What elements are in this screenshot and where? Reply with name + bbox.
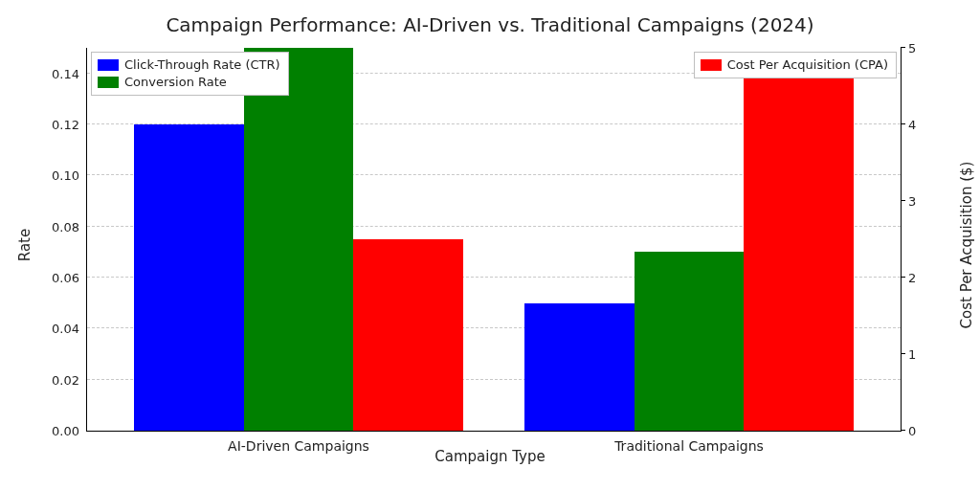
y-tick-left: 0.12 bbox=[52, 118, 87, 132]
y-axis-right-label: Cost Per Acquisition ($) bbox=[958, 162, 975, 329]
legend-swatch-conv bbox=[98, 77, 119, 88]
y-tick-left: 0.06 bbox=[52, 271, 87, 285]
legend-label-ctr: Click-Through Rate (CTR) bbox=[124, 56, 280, 74]
legend-left: Click-Through Rate (CTR) Conversion Rate bbox=[91, 52, 289, 96]
y-tick-right: 1 bbox=[901, 347, 916, 362]
tick-mark-right bbox=[901, 200, 905, 201]
y-tick-left: 0.14 bbox=[52, 66, 87, 80]
tick-mark-right bbox=[901, 47, 905, 48]
y-tick-right: 0 bbox=[901, 424, 916, 438]
bar-conversion-rate-1 bbox=[635, 252, 745, 431]
y-tick-left: 0.00 bbox=[52, 424, 87, 438]
legend-label-cpa: Cost Per Acquisition (CPA) bbox=[727, 56, 888, 74]
tick-mark-right bbox=[901, 123, 905, 124]
y-tick-left: 0.04 bbox=[52, 322, 87, 336]
y-tick-right: 2 bbox=[901, 271, 916, 285]
tick-mark-right bbox=[901, 277, 905, 278]
y-tick-right: 3 bbox=[901, 194, 916, 209]
y-tick-right: 5 bbox=[901, 41, 916, 56]
legend-swatch-cpa bbox=[701, 59, 722, 71]
bar-conversion-rate-0 bbox=[244, 48, 354, 431]
bar-cost-per-acquisition-cpa--1 bbox=[744, 56, 854, 431]
legend-item-ctr: Click-Through Rate (CTR) bbox=[98, 56, 280, 74]
x-axis-label: Campaign Type bbox=[0, 448, 980, 465]
chart-container: Campaign Performance: AI-Driven vs. Trad… bbox=[0, 0, 980, 490]
legend-label-conv: Conversion Rate bbox=[124, 74, 227, 91]
tick-mark-right bbox=[901, 430, 905, 431]
chart-title: Campaign Performance: AI-Driven vs. Trad… bbox=[0, 13, 980, 36]
bar-click-through-rate-ctr--1 bbox=[524, 303, 635, 431]
legend-swatch-ctr bbox=[98, 59, 119, 71]
legend-item-cpa: Cost Per Acquisition (CPA) bbox=[701, 56, 888, 74]
bar-cost-per-acquisition-cpa--0 bbox=[353, 239, 463, 431]
y-tick-left: 0.02 bbox=[52, 372, 87, 387]
legend-item-conv: Conversion Rate bbox=[98, 74, 280, 91]
y-tick-right: 4 bbox=[901, 118, 916, 132]
y-tick-left: 0.10 bbox=[52, 168, 87, 183]
legend-right: Cost Per Acquisition (CPA) bbox=[694, 52, 897, 78]
y-axis-left-label: Rate bbox=[16, 229, 33, 261]
y-tick-left: 0.08 bbox=[52, 219, 87, 234]
tick-mark-right bbox=[901, 353, 905, 354]
bar-click-through-rate-ctr--0 bbox=[134, 124, 244, 431]
plot-area: Click-Through Rate (CTR) Conversion Rate… bbox=[86, 48, 902, 432]
